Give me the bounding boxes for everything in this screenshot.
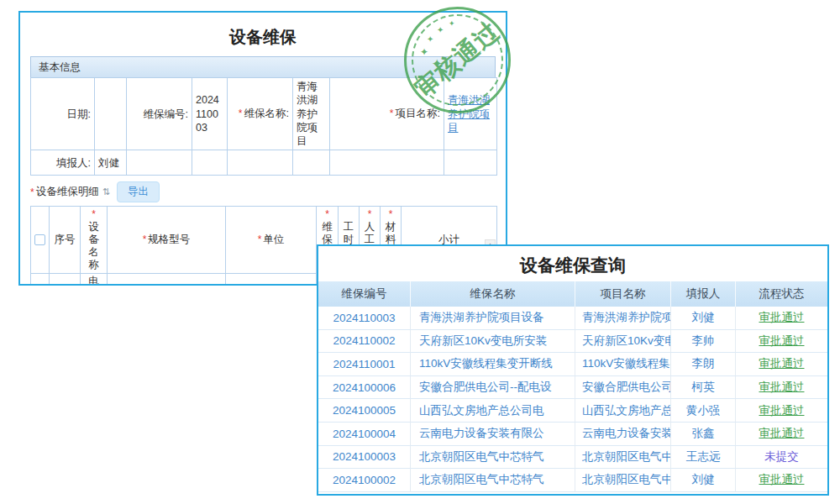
project-name-cell: 山西弘文房地产总公司 bbox=[575, 399, 671, 423]
status-cell[interactable]: 未提交 bbox=[736, 446, 827, 470]
maintenance-name-cell: 青海洪湖养护院项目设备 bbox=[411, 307, 575, 330]
empty-cell bbox=[293, 150, 330, 176]
query-table-body: 2024110003青海洪湖养护院项目设备青海洪湖养护院项目刘健审批通过2024… bbox=[318, 307, 827, 492]
desktop-canvas: 设备维保 基本信息 日期:维保编号:2024110003*维保名称:青海洪湖养护… bbox=[0, 0, 840, 504]
field-label: 日期: bbox=[31, 78, 95, 150]
table-row[interactable]: 2024110002天府新区10Kv变电所安装天府新区10Kv变电所安装李帅审批… bbox=[318, 330, 827, 354]
field-label: *维保名称: bbox=[228, 78, 293, 150]
maintenance-name-cell: 北京朝阳区电气中芯特气 bbox=[411, 446, 575, 470]
project-name-cell: 青海洪湖养护院项目 bbox=[575, 307, 671, 330]
reporter-cell: 王志远 bbox=[671, 446, 736, 470]
maintenance-id-cell[interactable]: 2024100006 bbox=[318, 376, 411, 400]
status-cell[interactable]: 审批通过 bbox=[736, 423, 827, 446]
maintenance-name-cell: 山西弘文房地产总公司电 bbox=[411, 399, 575, 423]
maintenance-name-cell: 北京朝阳区电气中芯特气 bbox=[411, 469, 575, 492]
reporter-cell: 李朗 bbox=[671, 353, 736, 376]
required-asterisk: * bbox=[390, 108, 394, 119]
status-cell[interactable]: 审批通过 bbox=[736, 469, 827, 492]
detail-column-header: 序号 bbox=[50, 207, 81, 273]
basic-info-section-header: 基本信息 bbox=[30, 56, 496, 77]
query-column-header: 项目名称 bbox=[575, 281, 671, 307]
detail-column-header: *规格型号 bbox=[108, 207, 226, 273]
basic-info-row-2: 填报人:刘健 bbox=[31, 150, 497, 176]
reporter-value: 刘健 bbox=[95, 150, 127, 176]
query-column-header: 维保编号 bbox=[318, 281, 411, 307]
status-cell[interactable]: 审批通过 bbox=[736, 353, 827, 376]
maintenance-id-cell[interactable]: 2024100005 bbox=[318, 399, 411, 423]
maintenance-id-cell[interactable]: 2024110001 bbox=[318, 353, 411, 376]
field-label: 维保编号: bbox=[127, 78, 192, 150]
empty-cell bbox=[444, 150, 497, 176]
select-all-checkbox[interactable] bbox=[34, 234, 45, 245]
empty-cell bbox=[192, 150, 228, 176]
query-title: 设备维保查询 bbox=[318, 246, 827, 281]
basic-info-row-1: 日期:维保编号:2024110003*维保名称:青海洪湖养护院项目*项目名称:青… bbox=[31, 78, 497, 150]
unit-cell: 台 bbox=[226, 273, 317, 286]
maintenance-name-cell: 云南电力设备安装有限公 bbox=[411, 423, 575, 446]
required-asterisk: * bbox=[143, 234, 147, 245]
table-row[interactable]: 2024100005山西弘文房地产总公司电山西弘文房地产总公司黄小强审批通过 bbox=[318, 399, 827, 423]
seq-cell: 1 bbox=[50, 273, 81, 286]
required-asterisk: * bbox=[239, 108, 243, 119]
table-row[interactable]: 2024100006安徽合肥供电公司--配电设安徽合肥供电公司--配电柯英审批通… bbox=[318, 376, 827, 400]
empty-cell bbox=[228, 150, 293, 176]
query-table-header: 维保编号维保名称项目名称填报人流程状态 bbox=[318, 281, 827, 307]
export-button[interactable]: 导出 bbox=[117, 181, 160, 202]
empty-cell bbox=[127, 150, 192, 176]
status-cell[interactable]: 审批通过 bbox=[736, 307, 827, 330]
maintenance-name-cell: 安徽合肥供电公司--配电设 bbox=[411, 376, 575, 400]
project-name-cell: 安徽合肥供电公司--配电 bbox=[575, 376, 671, 400]
device-name-cell: 电焊机 bbox=[81, 273, 108, 286]
project-name-cell: 天府新区10Kv变电所安装 bbox=[575, 330, 671, 354]
project-name-cell: 云南电力设备安装有限 bbox=[575, 423, 671, 446]
reporter-cell: 柯英 bbox=[671, 376, 736, 400]
select-all-cell bbox=[31, 207, 50, 273]
reporter-label: 填报人: bbox=[31, 150, 95, 176]
required-asterisk: * bbox=[364, 208, 375, 220]
maintenance-name-cell: 110kV安徽线程集变开断线 bbox=[411, 353, 575, 376]
query-column-header: 维保名称 bbox=[411, 281, 575, 307]
project-name-cell: 北京朝阳区电气中芯特 bbox=[575, 469, 671, 492]
table-row[interactable]: 2024100004云南电力设备安装有限公云南电力设备安装有限张鑫审批通过 bbox=[318, 423, 827, 446]
reporter-cell: 李帅 bbox=[671, 330, 736, 354]
maintenance-id-cell[interactable]: 2024110003 bbox=[318, 307, 411, 330]
reporter-cell: 黄小强 bbox=[671, 399, 736, 423]
field-label: *项目名称: bbox=[330, 78, 444, 150]
project-name-cell: 110kV安徽线程集变开断 bbox=[575, 353, 671, 376]
detail-column-header: *设备名称 bbox=[81, 207, 108, 273]
basic-info-table: 日期:维保编号:2024110003*维保名称:青海洪湖养护院项目*项目名称:青… bbox=[30, 77, 497, 176]
status-cell[interactable]: 审批通过 bbox=[736, 376, 827, 400]
field-value: 青海洪湖养护院项目 bbox=[293, 78, 330, 150]
table-row[interactable]: 2024110003青海洪湖养护院项目设备青海洪湖养护院项目刘健审批通过 bbox=[318, 307, 827, 330]
detail-section-header: * 设备维保明细 ⇅ 导出 bbox=[30, 181, 496, 202]
maintenance-id-cell[interactable]: 2024100002 bbox=[318, 469, 411, 492]
project-name-link[interactable]: 青海洪湖养护院项目 bbox=[448, 94, 490, 134]
maintenance-id-cell[interactable]: 2024100004 bbox=[318, 423, 411, 446]
required-asterisk: * bbox=[322, 208, 333, 220]
status-cell[interactable]: 审批通过 bbox=[736, 330, 827, 354]
required-asterisk: * bbox=[30, 186, 34, 198]
maintenance-id-cell[interactable]: 2024110002 bbox=[318, 330, 411, 354]
form-title: 设备维保 bbox=[20, 13, 506, 56]
table-row[interactable]: 2024100003北京朝阳区电气中芯特气北京朝阳区电气中芯特王志远未提交 bbox=[318, 446, 827, 470]
query-column-header: 流程状态 bbox=[736, 281, 827, 307]
sort-icon[interactable]: ⇅ bbox=[102, 186, 110, 197]
required-asterisk: * bbox=[385, 208, 396, 220]
maintenance-name-cell: 天府新区10Kv变电所安装 bbox=[411, 330, 575, 354]
field-value: 2024110003 bbox=[192, 78, 228, 150]
row-checkbox bbox=[31, 273, 50, 286]
project-name-cell: 北京朝阳区电气中芯特 bbox=[575, 446, 671, 470]
required-asterisk: * bbox=[258, 234, 262, 245]
table-row[interactable]: 2024100002北京朝阳区电气中芯特气北京朝阳区电气中芯特刘健审批通过 bbox=[318, 469, 827, 492]
required-asterisk: * bbox=[88, 208, 99, 220]
field-value: 青海洪湖养护院项目 bbox=[444, 78, 497, 150]
status-cell[interactable]: 审批通过 bbox=[736, 399, 827, 423]
query-column-header: 填报人 bbox=[671, 281, 736, 307]
detail-section-label: 设备维保明细 bbox=[36, 185, 99, 199]
table-row[interactable]: 2024110001110kV安徽线程集变开断线110kV安徽线程集变开断李朗审… bbox=[318, 353, 827, 376]
field-value bbox=[95, 78, 127, 150]
reporter-cell: 张鑫 bbox=[671, 423, 736, 446]
reporter-cell: 刘健 bbox=[671, 469, 736, 492]
maintenance-id-cell[interactable]: 2024100003 bbox=[318, 446, 411, 470]
reporter-cell: 刘健 bbox=[671, 307, 736, 330]
